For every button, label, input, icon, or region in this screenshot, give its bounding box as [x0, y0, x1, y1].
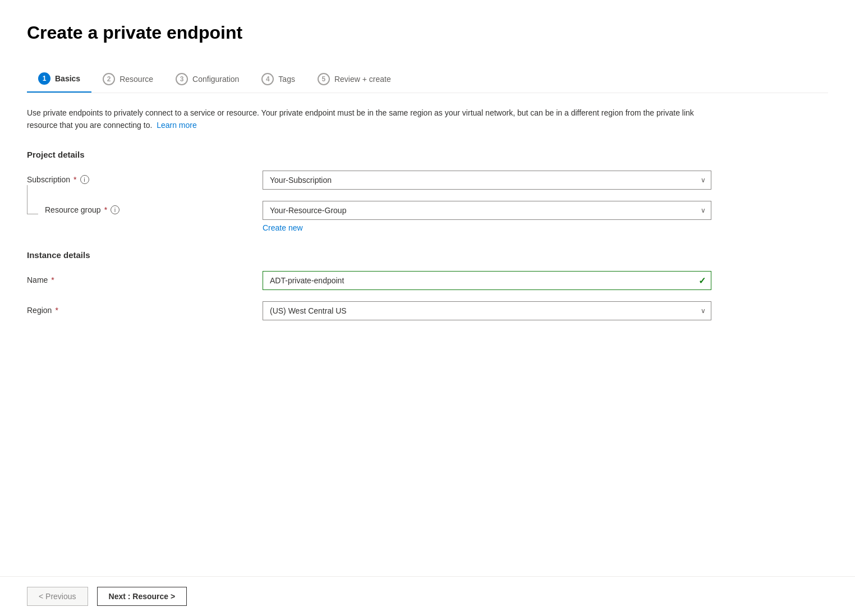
name-label-col: Name * [27, 271, 263, 284]
name-row: Name * ✓ [27, 271, 828, 290]
subscription-row: Subscription * i Your-Subscription ∨ [27, 171, 828, 190]
learn-more-link[interactable]: Learn more [157, 121, 197, 130]
name-check-icon: ✓ [698, 275, 706, 286]
tab-basics[interactable]: 1 Basics [27, 66, 91, 93]
tab-tags-label: Tags [278, 75, 295, 84]
resource-group-label-col: Resource group * i [27, 201, 263, 214]
name-required: * [51, 275, 54, 284]
resource-group-required: * [104, 205, 107, 214]
tab-configuration[interactable]: 3 Configuration [164, 66, 250, 92]
resource-group-label: Resource group [45, 205, 101, 214]
project-details-section: Project details Subscription * i Your-Su… [27, 150, 828, 232]
region-select-wrapper: (US) West Central US ∨ [263, 301, 711, 320]
tab-resource-label: Resource [119, 75, 153, 84]
subscription-required: * [73, 175, 76, 184]
footer: < Previous Next : Resource > [0, 576, 855, 616]
subscription-info-icon[interactable]: i [80, 175, 89, 184]
subscription-control: Your-Subscription ∨ [263, 171, 711, 190]
description-text: Use private endpoints to privately conne… [27, 107, 700, 132]
region-required: * [55, 306, 58, 315]
region-select[interactable]: (US) West Central US [263, 301, 711, 320]
tab-tags[interactable]: 4 Tags [250, 66, 306, 92]
name-input[interactable] [263, 271, 711, 290]
tab-review-label: Review + create [334, 75, 391, 84]
instance-details-title: Instance details [27, 250, 828, 260]
subscription-label: Subscription [27, 175, 70, 184]
name-input-wrapper: ✓ [263, 271, 711, 290]
region-label-col: Region * [27, 301, 263, 315]
tab-review-create[interactable]: 5 Review + create [306, 66, 402, 92]
region-label: Region [27, 306, 52, 315]
project-details-title: Project details [27, 150, 828, 159]
subscription-select-wrapper: Your-Subscription ∨ [263, 171, 711, 190]
tab-tags-number: 4 [261, 73, 274, 85]
subscription-label-col: Subscription * i [27, 171, 263, 184]
resource-group-select-wrapper: Your-Resource-Group ∨ [263, 201, 711, 220]
tabs-nav: 1 Basics 2 Resource 3 Configuration 4 Ta… [27, 66, 828, 93]
name-control: ✓ [263, 271, 711, 290]
name-label: Name [27, 275, 48, 284]
resource-group-control: Your-Resource-Group ∨ Create new [263, 201, 711, 232]
tab-configuration-number: 3 [176, 73, 188, 85]
instance-details-section: Instance details Name * ✓ Region * [27, 250, 828, 320]
region-control: (US) West Central US ∨ [263, 301, 711, 320]
previous-button[interactable]: < Previous [27, 587, 88, 606]
resource-group-select[interactable]: Your-Resource-Group [263, 201, 711, 220]
page-title: Create a private endpoint [27, 22, 828, 43]
create-new-link[interactable]: Create new [263, 223, 303, 232]
tab-basics-number: 1 [38, 72, 50, 85]
tab-resource-number: 2 [103, 73, 115, 85]
subscription-select[interactable]: Your-Subscription [263, 171, 711, 190]
tab-basics-label: Basics [55, 74, 80, 83]
tab-review-number: 5 [318, 73, 330, 85]
indent-line [27, 185, 38, 214]
next-button[interactable]: Next : Resource > [97, 587, 187, 606]
region-row: Region * (US) West Central US ∨ [27, 301, 828, 320]
tab-resource[interactable]: 2 Resource [91, 66, 164, 92]
resource-group-row: Resource group * i Your-Resource-Group ∨… [27, 201, 828, 232]
resource-group-info-icon[interactable]: i [111, 205, 119, 214]
tab-configuration-label: Configuration [192, 75, 239, 84]
